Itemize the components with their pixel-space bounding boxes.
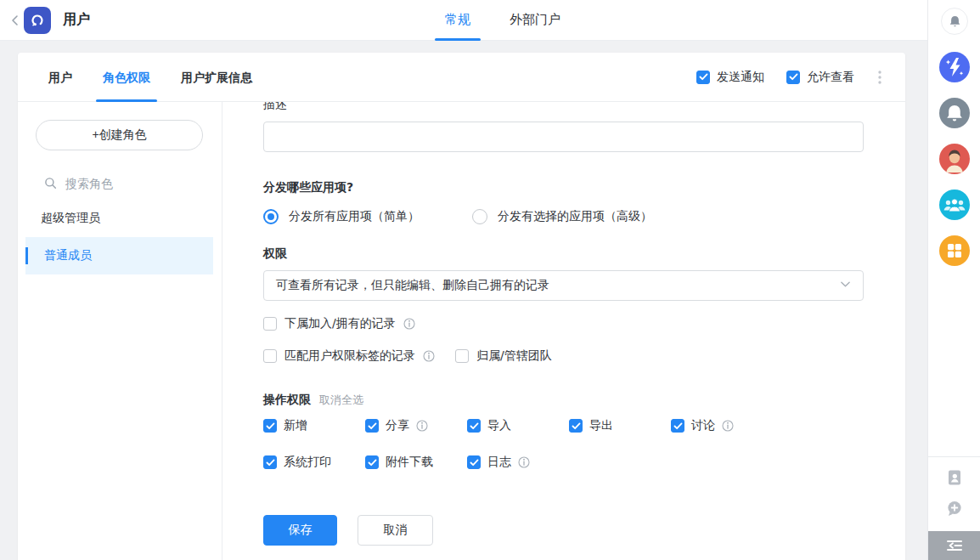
role-item-super-admin[interactable]: 超级管理员 [25,200,213,237]
permission-select-value: 可查看所有记录，但只能编辑、删除自己拥有的记录 [276,278,549,293]
cancel-button[interactable]: 取消 [358,515,433,546]
scope-permission-tag-checkbox[interactable] [263,349,277,363]
contact-book-icon[interactable] [946,469,963,486]
chat-add-icon[interactable] [946,500,963,517]
op-add-label: 新增 [284,418,307,433]
create-role-button[interactable]: +创建角色 [36,120,203,150]
op-item-export[interactable]: 导出 [569,418,671,433]
save-button[interactable]: 保存 [263,515,337,546]
op-log-checkbox[interactable] [467,455,481,469]
notification-bell-icon[interactable] [941,8,968,35]
scope-permission-tag-records[interactable]: 匹配用户权限标签的记录 [263,348,455,364]
role-search-input[interactable]: 搜索角色 [44,176,113,193]
send-notification-label: 发送通知 [717,70,764,85]
op-item-import[interactable]: 导入 [467,418,569,433]
op-log-label: 日志 [487,455,511,470]
op-attachment-download-checkbox[interactable] [365,455,379,469]
back-chevron-icon[interactable] [10,14,20,26]
distribute-options: 分发所有应用项（简单） 分发有选择的应用项（高级） [263,209,905,224]
more-options-kebab-icon[interactable] [876,67,883,88]
panel-tab-users-label: 用户 [48,71,72,84]
right-rail [927,0,980,560]
scope-subordinate-label: 下属加入/拥有的记录 [284,316,396,331]
op-export-checkbox[interactable] [569,419,583,433]
distribute-option-selected[interactable]: 分发有选择的应用项（高级） [472,209,652,224]
team-avatar[interactable] [939,189,970,220]
description-input[interactable] [263,122,864,152]
op-item-log[interactable]: 日志 [467,455,569,470]
panel-tab-users[interactable]: 用户 [48,53,72,102]
distribute-selected-label: 分发有选择的应用项（高级） [498,209,652,224]
operations-grid: 新增 分享 导入 导出 讨论 [263,418,864,470]
role-item-label: 超级管理员 [41,211,100,226]
info-icon[interactable] [403,318,415,330]
operations-title: 操作权限 [263,393,311,408]
op-item-system-print[interactable]: 系统打印 [263,455,365,470]
deselect-all-link[interactable]: 取消全选 [319,393,363,408]
collapse-icon [946,540,963,552]
scope-subordinate-records[interactable]: 下属加入/拥有的记录 [263,316,905,331]
permission-label: 权限 [263,246,905,263]
distribute-all-label: 分发所有应用项（简单） [289,209,420,224]
tab-general[interactable]: 常规 [435,0,481,41]
topbar: 用户 常规 外部门户 [0,0,927,41]
allow-view-option[interactable]: 允许查看 [786,70,854,85]
scope-owning-team[interactable]: 归属/管辖团队 [455,348,552,364]
main-panel: 用户 角色权限 用户扩展信息 发送通知 允许查看 [18,53,905,560]
record-scope-row-1: 下属加入/拥有的记录 [263,316,905,331]
app-logo-icon [24,7,51,34]
op-share-checkbox[interactable] [365,419,379,433]
rail-divider [928,456,980,457]
panel-tab-role-permissions[interactable]: 角色权限 [103,53,150,102]
permission-select[interactable]: 可查看所有记录，但只能编辑、删除自己拥有的记录 [263,270,864,301]
bell-avatar[interactable] [939,98,970,128]
op-system-print-label: 系统打印 [284,455,331,470]
scope-owning-team-checkbox[interactable] [455,349,469,363]
screen: 用户 常规 外部门户 用户 角色权限 用户扩展信息 [0,0,980,560]
allow-view-checkbox[interactable] [786,71,800,84]
op-item-attachment-download[interactable]: 附件下载 [365,455,467,470]
send-notification-checkbox[interactable] [696,71,710,84]
op-add-checkbox[interactable] [263,419,277,433]
op-attachment-download-label: 附件下载 [386,455,433,470]
scope-subordinate-checkbox[interactable] [263,317,277,331]
person-avatar[interactable] [939,144,970,174]
tab-external-portal[interactable]: 外部门户 [499,0,571,41]
op-system-print-checkbox[interactable] [263,455,277,469]
operations-header: 操作权限 取消全选 [263,393,905,408]
op-discuss-label: 讨论 [691,418,715,433]
collapse-panel-button[interactable] [928,531,980,560]
roles-sidebar: +创建角色 搜索角色 超级管理员 普通成员 [18,102,222,560]
role-search-placeholder: 搜索角色 [65,177,113,192]
op-item-add[interactable]: 新增 [263,418,365,433]
distribute-selected-radio[interactable] [472,209,487,224]
panel-tab-user-extended-info[interactable]: 用户扩展信息 [181,53,252,102]
panel-header-options: 发送通知 允许查看 [696,67,883,88]
topbar-tabs: 常规 外部门户 [435,0,589,41]
info-icon[interactable] [416,420,428,432]
record-scope-row-2: 匹配用户权限标签的记录 归属/管辖团队 [263,348,905,364]
op-export-label: 导出 [589,418,613,433]
op-import-checkbox[interactable] [467,419,481,433]
op-import-label: 导入 [487,418,511,433]
chevron-down-icon [840,279,851,292]
send-notification-option[interactable]: 发送通知 [696,70,764,85]
op-discuss-checkbox[interactable] [671,419,684,433]
tab-general-label: 常规 [445,12,470,27]
distribute-option-all[interactable]: 分发所有应用项（简单） [263,209,472,224]
allow-view-label: 允许查看 [807,70,854,85]
op-item-share[interactable]: 分享 [365,418,467,433]
tab-external-portal-label: 外部门户 [510,12,560,27]
distribute-all-radio[interactable] [263,209,279,224]
info-icon[interactable] [423,350,435,362]
info-icon[interactable] [722,420,734,432]
assistant-flash-avatar[interactable] [939,52,970,82]
apps-grid-avatar[interactable] [939,235,970,266]
scope-owning-team-label: 归属/管辖团队 [476,348,552,364]
info-icon[interactable] [518,456,530,468]
role-item-normal-member[interactable]: 普通成员 [25,237,213,274]
role-item-label: 普通成员 [44,248,92,263]
op-share-label: 分享 [386,418,409,433]
op-item-discuss[interactable]: 讨论 [671,418,773,433]
role-permission-form: 描述 分发哪些应用项? 分发所有应用项（简单） 分发有选择的应用项（高级） 权限… [222,102,905,560]
